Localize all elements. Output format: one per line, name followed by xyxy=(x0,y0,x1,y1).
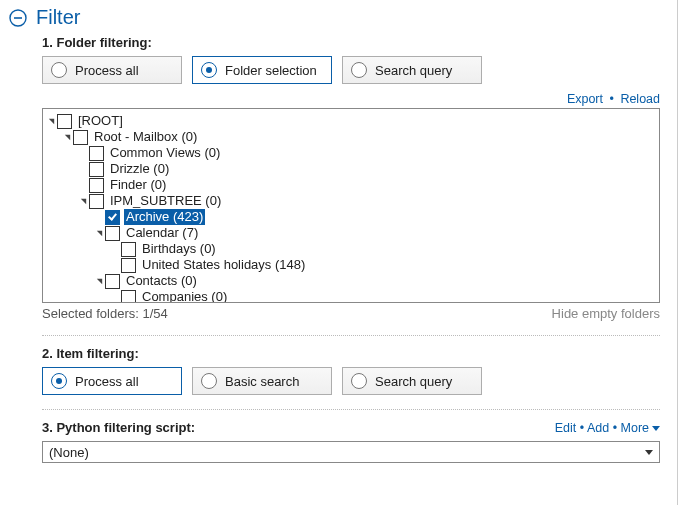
panel-title: Filter xyxy=(36,6,80,29)
tree-row[interactable]: Archive (423) xyxy=(45,209,657,225)
radio-icon xyxy=(351,373,367,389)
tree-node-label[interactable]: Contacts (0) xyxy=(124,273,199,289)
section-1-label: 1. Folder filtering: xyxy=(42,35,660,50)
tree-checkbox[interactable] xyxy=(89,162,104,177)
radio-icon xyxy=(51,62,67,78)
radio-label: Folder selection xyxy=(225,63,317,78)
radio-label: Basic search xyxy=(225,374,299,389)
radio-label: Process all xyxy=(75,63,139,78)
selected-folders-status: Selected folders: 1/54 xyxy=(42,306,168,321)
tree-row[interactable]: [ROOT] xyxy=(45,113,657,129)
tree-checkbox[interactable] xyxy=(121,258,136,273)
tree-row[interactable]: Common Views (0) xyxy=(45,145,657,161)
section-2-label: 2. Item filtering: xyxy=(42,346,660,361)
tree-node-label[interactable]: IPM_SUBTREE (0) xyxy=(108,193,223,209)
tree-checkbox[interactable] xyxy=(57,114,72,129)
folder-filter-option-1[interactable]: Folder selection xyxy=(192,56,332,84)
tree-node-label[interactable]: [ROOT] xyxy=(76,113,125,129)
radio-label: Process all xyxy=(75,374,139,389)
script-more-link[interactable]: More xyxy=(621,421,660,435)
script-dropdown[interactable]: (None) xyxy=(42,441,660,463)
tree-row[interactable]: United States holidays (148) xyxy=(45,257,657,273)
divider xyxy=(42,335,660,336)
script-edit-link[interactable]: Edit xyxy=(555,421,577,435)
radio-icon xyxy=(201,62,217,78)
tree-checkbox[interactable] xyxy=(121,242,136,257)
tree-row[interactable]: Companies (0) xyxy=(45,289,657,303)
section-3-label: 3. Python filtering script: xyxy=(42,420,195,435)
folder-tree[interactable]: [ROOT]Root - Mailbox (0)Common Views (0)… xyxy=(42,108,660,303)
reload-link[interactable]: Reload xyxy=(620,92,660,106)
tree-checkbox[interactable] xyxy=(121,290,136,304)
tree-checkbox[interactable] xyxy=(89,178,104,193)
script-dropdown-value: (None) xyxy=(49,445,89,460)
folder-filtering-section: 1. Folder filtering: Process allFolder s… xyxy=(8,35,660,463)
tree-node-label[interactable]: Common Views (0) xyxy=(108,145,222,161)
radio-label: Search query xyxy=(375,374,452,389)
folder-filter-option-0[interactable]: Process all xyxy=(42,56,182,84)
tree-node-label[interactable]: Archive (423) xyxy=(124,209,205,225)
tree-node-label[interactable]: Root - Mailbox (0) xyxy=(92,129,199,145)
script-add-link[interactable]: Add xyxy=(587,421,609,435)
collapse-icon[interactable] xyxy=(8,8,28,28)
tree-checkbox[interactable] xyxy=(105,274,120,289)
radio-icon xyxy=(201,373,217,389)
tree-checkbox[interactable] xyxy=(89,146,104,161)
item-filter-option-1[interactable]: Basic search xyxy=(192,367,332,395)
hide-empty-folders-link[interactable]: Hide empty folders xyxy=(552,306,660,321)
radio-label: Search query xyxy=(375,63,452,78)
tree-expander-icon[interactable] xyxy=(93,277,105,286)
tree-node-label[interactable]: Calendar (7) xyxy=(124,225,200,241)
tree-checkbox[interactable] xyxy=(73,130,88,145)
radio-icon xyxy=(351,62,367,78)
chevron-down-icon xyxy=(645,450,653,455)
tree-expander-icon[interactable] xyxy=(93,229,105,238)
tree-expander-icon[interactable] xyxy=(61,133,73,142)
tree-row[interactable]: Contacts (0) xyxy=(45,273,657,289)
tree-node-label[interactable]: United States holidays (148) xyxy=(140,257,307,273)
radio-icon xyxy=(51,373,67,389)
item-filter-option-0[interactable]: Process all xyxy=(42,367,182,395)
tree-row[interactable]: Calendar (7) xyxy=(45,225,657,241)
tree-row[interactable]: Drizzle (0) xyxy=(45,161,657,177)
export-link[interactable]: Export xyxy=(567,92,603,106)
tree-row[interactable]: Finder (0) xyxy=(45,177,657,193)
tree-row[interactable]: Root - Mailbox (0) xyxy=(45,129,657,145)
tree-node-label[interactable]: Birthdays (0) xyxy=(140,241,218,257)
tree-node-label[interactable]: Finder (0) xyxy=(108,177,168,193)
tree-row[interactable]: Birthdays (0) xyxy=(45,241,657,257)
tree-expander-icon[interactable] xyxy=(45,117,57,126)
item-filter-option-2[interactable]: Search query xyxy=(342,367,482,395)
tree-checkbox[interactable] xyxy=(89,194,104,209)
tree-expander-icon[interactable] xyxy=(77,197,89,206)
tree-row[interactable]: IPM_SUBTREE (0) xyxy=(45,193,657,209)
tree-checkbox[interactable] xyxy=(105,226,120,241)
tree-checkbox[interactable] xyxy=(105,210,120,225)
folder-filter-option-2[interactable]: Search query xyxy=(342,56,482,84)
tree-node-label[interactable]: Drizzle (0) xyxy=(108,161,171,177)
tree-node-label[interactable]: Companies (0) xyxy=(140,289,229,303)
divider xyxy=(42,409,660,410)
